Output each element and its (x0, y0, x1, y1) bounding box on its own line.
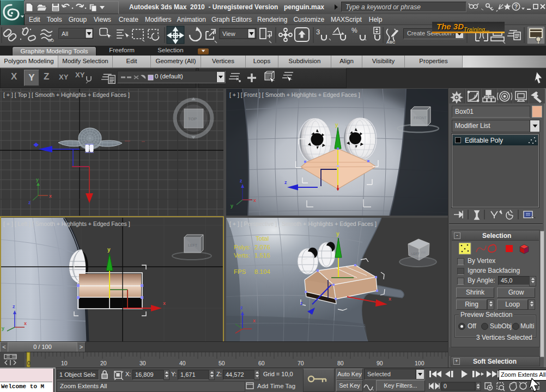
svg-text:GO: GO (48, 39, 54, 42)
svg-text:60: 60 (258, 360, 265, 366)
svg-text:LEFT: LEFT (188, 243, 198, 247)
svg-text:x: x (253, 318, 256, 323)
svg-text:z: z (240, 178, 242, 183)
svg-text:50: 50 (219, 360, 225, 366)
svg-text:70: 70 (298, 360, 304, 366)
svg-text:x: x (253, 198, 256, 203)
svg-text:[ + ] [ Top ] [ Smooth + Highl: [ + ] [ Top ] [ Smooth + Highlights + Ed… (3, 91, 130, 98)
svg-text:40: 40 (179, 360, 186, 366)
svg-text:y: y (335, 122, 338, 128)
svg-text:0: 0 (444, 383, 447, 389)
svg-text:TOP: TOP (188, 117, 197, 121)
svg-text:All: All (62, 30, 68, 37)
svg-text:z: z (300, 301, 303, 306)
svg-text:10: 10 (61, 360, 68, 366)
svg-text:y: y (107, 247, 111, 253)
svg-text:Verts:: Verts: (234, 252, 250, 259)
svg-text:2.076: 2.076 (254, 244, 270, 250)
svg-text:y: y (230, 203, 233, 209)
svg-text:?: ? (514, 4, 518, 10)
svg-text:3: 3 (316, 28, 320, 36)
svg-text:%: % (351, 27, 357, 34)
svg-text:80: 80 (337, 360, 344, 366)
svg-text:z: z (28, 200, 31, 205)
svg-text:LEFT: LEFT (411, 252, 420, 255)
svg-text:x: x (24, 321, 27, 326)
svg-text:y: y (36, 177, 39, 182)
svg-text:100: 100 (415, 360, 424, 366)
svg-text:Polys:: Polys: (234, 244, 251, 250)
svg-text:FPS: FPS (234, 268, 246, 275)
svg-text:y: y (336, 231, 339, 237)
svg-text:20: 20 (100, 360, 107, 366)
svg-text:FRONT: FRONT (414, 116, 427, 120)
svg-text:ABC: ABC (386, 40, 396, 45)
svg-text:8.104: 8.104 (254, 268, 270, 275)
svg-text:z: z (13, 304, 15, 309)
svg-text:Total: Total (256, 235, 269, 242)
svg-text:1.516: 1.516 (254, 252, 270, 259)
svg-text:[ + ] [ Perspective ] [ Smooth: [ + ] [ Perspective ] [ Smooth + Highlig… (229, 220, 377, 227)
svg-text:0: 0 (27, 360, 31, 366)
svg-text:90: 90 (377, 360, 383, 366)
svg-text:[ + ] [ Front ] [ Smooth + Hig: [ + ] [ Front ] [ Smooth + Highlights + … (229, 91, 360, 98)
svg-text:30: 30 (139, 360, 146, 366)
svg-text:z: z (284, 180, 287, 185)
svg-text:x: x (163, 301, 166, 306)
svg-text:x: x (49, 193, 52, 199)
svg-text:z: z (240, 305, 243, 310)
svg-text:y: y (2, 326, 4, 331)
svg-text:FR: FR (421, 251, 426, 254)
svg-text:[ + ] [ Left ] [ Smooth + High: [ + ] [ Left ] [ Smooth + Highlights + E… (3, 220, 130, 227)
svg-text:x: x (389, 296, 391, 302)
svg-text:View: View (222, 30, 235, 37)
